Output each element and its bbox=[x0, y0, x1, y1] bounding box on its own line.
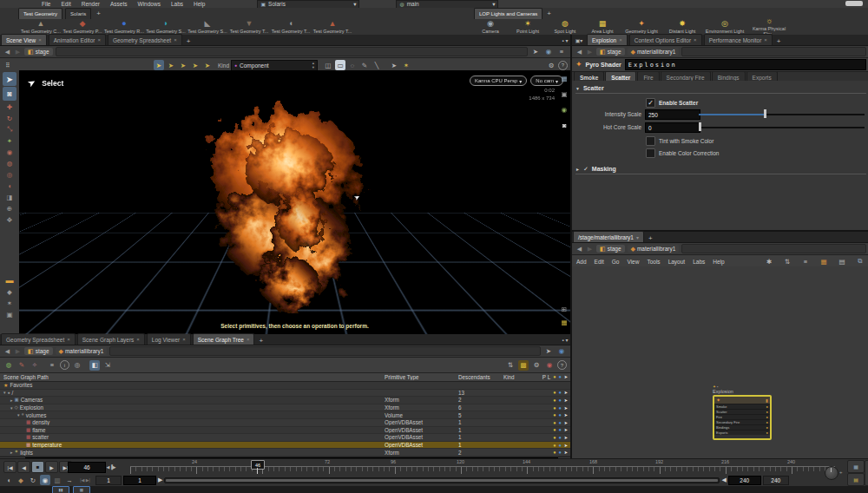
global-end-field[interactable]: 240 bbox=[763, 476, 789, 485]
loop-icon[interactable]: ↻ bbox=[28, 475, 38, 485]
shelf-tab-solaris[interactable]: Solaris bbox=[65, 8, 91, 19]
tab-scene-graph-layers[interactable]: Scene Graph Layers× bbox=[77, 333, 145, 345]
close-icon[interactable]: × bbox=[247, 337, 250, 342]
node-explosion[interactable]: ✦ ▪ Explosion ✦ ▮ Smoke● Scatter● Fire● … bbox=[713, 385, 772, 440]
forward-icon[interactable]: ▶ bbox=[14, 348, 22, 355]
grid-toggle-icon[interactable]: ⊞ bbox=[559, 304, 569, 314]
shelf-tool-testgeometry-7[interactable]: ◖Test Geometry T... bbox=[271, 19, 311, 35]
table-row[interactable]: ★Favorites bbox=[0, 382, 570, 390]
flipbook-button[interactable]: ▦ bbox=[847, 460, 865, 473]
network-menu-help[interactable]: Help bbox=[713, 259, 724, 265]
solo-toggle-icon[interactable]: ● bbox=[553, 443, 556, 448]
step-options-icon[interactable]: → bbox=[64, 475, 75, 485]
tab-scene-view[interactable]: Scene View× bbox=[1, 34, 47, 45]
expand-icon[interactable]: ▾ bbox=[17, 412, 20, 417]
pin-icon[interactable]: ➤ bbox=[530, 47, 541, 57]
snap-tool-icon[interactable]: ◎ bbox=[4, 169, 15, 180]
solo-toggle-icon[interactable]: ● bbox=[553, 450, 556, 455]
timeline-ruler[interactable]: 24 48 72 96 120 144 168 192 216 240 46 bbox=[130, 460, 835, 474]
node-name-field[interactable]: Explosion bbox=[625, 59, 866, 70]
material-tool-icon[interactable]: ◆ bbox=[4, 286, 15, 297]
enable-scatter-checkbox[interactable]: ✓ bbox=[646, 98, 655, 108]
select-tool-icon[interactable]: ➤ bbox=[3, 72, 16, 86]
masking-check-icon[interactable]: ✓ bbox=[583, 166, 589, 172]
add-pane-tab-icon[interactable]: + bbox=[255, 337, 266, 345]
select-visible-only-icon[interactable]: ◫ bbox=[323, 60, 333, 70]
status-audio-icon[interactable]: ▮▮ bbox=[52, 486, 69, 493]
step-back-button[interactable]: ◀ bbox=[17, 461, 30, 473]
pin-icon[interactable]: ➤ bbox=[543, 346, 554, 357]
tab-explosion[interactable]: Explosion× bbox=[587, 34, 628, 45]
highlight-mode-icon[interactable]: ▩ bbox=[518, 360, 529, 371]
table-row[interactable]: ▦densityOpenVDBAsset1●●➤ bbox=[0, 419, 570, 427]
plus-icon[interactable]: + bbox=[839, 470, 843, 475]
network-menu-edit[interactable]: Edit bbox=[595, 259, 604, 265]
viewport[interactable]: ➤ Select Karma CPU Persp▾ No cam▾ 0:02 1… bbox=[19, 70, 570, 334]
solo-toggle-icon[interactable]: ● bbox=[553, 398, 556, 403]
stop-button[interactable]: ■ bbox=[31, 461, 44, 473]
dopesheet-icon[interactable]: ▥ bbox=[52, 475, 62, 485]
visibility-toggle-icon[interactable]: ● bbox=[558, 427, 561, 432]
solo-toggle-icon[interactable]: ● bbox=[553, 405, 556, 411]
status-memory-icon[interactable]: ▦ bbox=[73, 486, 90, 493]
close-icon[interactable]: × bbox=[136, 337, 140, 342]
stage-globe-icon[interactable]: ◍ bbox=[3, 360, 14, 371]
solo-toggle-icon[interactable]: ● bbox=[553, 390, 556, 395]
masking-section-header[interactable]: ► ✓ Masking bbox=[575, 164, 866, 174]
playback-range-bar[interactable] bbox=[164, 477, 720, 483]
forward-icon[interactable]: ▶ bbox=[14, 49, 22, 56]
close-icon[interactable]: × bbox=[619, 37, 622, 43]
path-field[interactable] bbox=[109, 346, 541, 356]
menu-labs[interactable]: Labs bbox=[171, 1, 183, 7]
breadcrumb-stage[interactable]: ◧ stage bbox=[24, 48, 53, 56]
display-options-icon[interactable]: ▦ bbox=[559, 73, 569, 83]
visibility-toggle-icon[interactable]: ● bbox=[558, 412, 561, 417]
select-preset-icon[interactable]: ➤ bbox=[389, 60, 399, 70]
shelf-add-tab-icon[interactable]: + bbox=[93, 10, 104, 17]
network-menu-add[interactable]: Add bbox=[576, 259, 587, 265]
laser-select-icon[interactable]: ╲ bbox=[372, 60, 382, 70]
shelf-add-tab-icon[interactable]: + bbox=[543, 10, 555, 17]
select-objects-mode-icon[interactable]: ➤ bbox=[154, 60, 164, 70]
shelf-tool-environment-light[interactable]: ◎Environment Light bbox=[704, 19, 746, 35]
grid-handle-icon[interactable]: ⠿ bbox=[3, 60, 13, 70]
scale-tool-icon[interactable]: ⤡ bbox=[4, 124, 15, 135]
column-kind[interactable]: Kind bbox=[503, 374, 538, 380]
scatter-section-header[interactable]: ▼ Scatter bbox=[575, 83, 866, 94]
breadcrumb-stage[interactable]: ◧stage bbox=[24, 347, 53, 355]
list-icon[interactable]: ≡ bbox=[556, 47, 567, 57]
light-tool-icon[interactable]: ✶ bbox=[4, 298, 15, 308]
slide-tool-icon[interactable]: ◨ bbox=[4, 192, 15, 202]
close-icon[interactable]: × bbox=[67, 337, 70, 342]
solo-toggle-icon[interactable]: ● bbox=[553, 420, 556, 425]
solo-toggle-icon[interactable]: ● bbox=[553, 435, 556, 440]
expand-icon[interactable]: ▾ bbox=[3, 390, 6, 395]
network-menu-go[interactable]: Go bbox=[612, 259, 620, 265]
playhead[interactable]: 46 bbox=[251, 460, 264, 474]
expand-icon[interactable]: ▸ bbox=[10, 450, 13, 455]
network-menu-labs[interactable]: Labs bbox=[693, 259, 705, 265]
table-row-selected[interactable]: ▦temperatureOpenVDBAsset1●●➤ bbox=[0, 442, 570, 450]
table-row[interactable]: ▦scatterOpenVDBAsset1●●➤ bbox=[0, 434, 570, 442]
table-row[interactable]: ▸▣CamerasXform2●●➤ bbox=[0, 397, 570, 404]
snapshot-icon[interactable]: ◉ bbox=[543, 47, 554, 57]
shelf-tab-test-geometry[interactable]: Test Geometry bbox=[18, 8, 62, 19]
column-primitive-type[interactable]: Primitive Type bbox=[385, 374, 458, 380]
lock-camera-icon[interactable]: ◙ bbox=[559, 120, 569, 130]
secure-selection-icon[interactable]: ◙ bbox=[3, 87, 16, 101]
intensity-scale-slider[interactable] bbox=[699, 109, 865, 118]
solo-toggle-icon[interactable]: ● bbox=[553, 412, 556, 417]
pane-type-icon[interactable]: ▣▾ bbox=[572, 35, 586, 45]
path-field[interactable] bbox=[681, 47, 866, 56]
pan-tool-icon[interactable]: ✥ bbox=[4, 214, 15, 225]
hot-core-scale-slider[interactable] bbox=[699, 122, 865, 131]
visibility-toggle-icon[interactable]: ● bbox=[558, 398, 561, 403]
shelf-tool-point-light[interactable]: ✶Point Light bbox=[510, 19, 545, 35]
audio-icon[interactable]: ◖ bbox=[3, 475, 14, 485]
tab-geometry-spreadsheet[interactable]: Geometry Spreadsheet× bbox=[1, 333, 76, 345]
realtime-toggle-icon[interactable]: ◉ bbox=[40, 475, 50, 485]
close-icon[interactable]: × bbox=[97, 37, 101, 43]
kind-dropdown[interactable]: ● Component ▴▾ bbox=[231, 60, 318, 71]
tab-log-viewer[interactable]: Log Viewer× bbox=[147, 333, 191, 345]
box-select-icon[interactable]: ▭ bbox=[335, 60, 345, 70]
